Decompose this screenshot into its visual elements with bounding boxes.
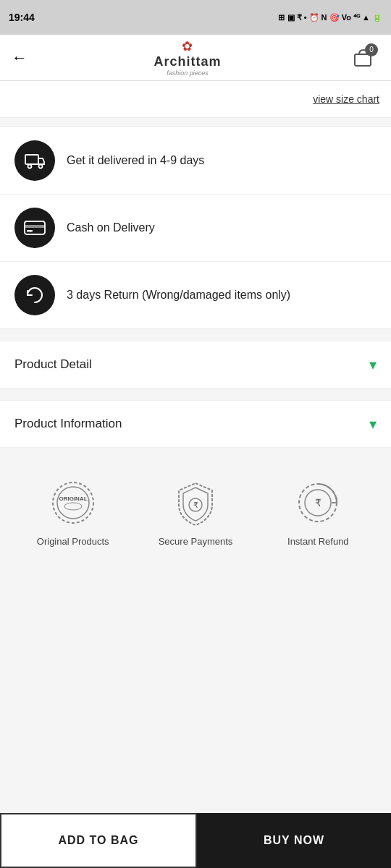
svg-text:₹: ₹ bbox=[193, 501, 198, 509]
trust-instant-refund: ₹ Instant Refund bbox=[263, 477, 373, 547]
info-cards: Get it delivered in 4-9 days Cash on Del… bbox=[0, 127, 391, 329]
secure-payments-label: Secure Payments bbox=[159, 536, 233, 547]
logo-text: Archittam bbox=[154, 54, 221, 69]
buy-now-button[interactable]: BUY NOW bbox=[197, 813, 391, 868]
back-button[interactable]: ← bbox=[12, 48, 28, 67]
product-detail-section[interactable]: Product Detail ▾ bbox=[0, 341, 391, 388]
size-chart-section: view size chart bbox=[0, 81, 391, 118]
logo-tagline: fashion pieces bbox=[167, 69, 209, 77]
instant-refund-icon: ₹ bbox=[292, 477, 344, 529]
size-chart-link[interactable]: view size chart bbox=[313, 93, 379, 105]
cart-button[interactable]: 0 bbox=[348, 42, 379, 74]
network-icons: ⊞ ▣ ₹ • ⏰ N 🎯 Vo ⁴ᴳ ▲ 🔋 bbox=[278, 13, 382, 22]
product-information-title: Product Information bbox=[14, 417, 122, 431]
svg-text:₹: ₹ bbox=[315, 497, 321, 509]
trust-badges-section: ORIGINAL Original Products ₹ Secure Paym… bbox=[0, 459, 391, 564]
original-label: Original Products bbox=[37, 536, 109, 547]
cod-icon-circle bbox=[14, 208, 55, 248]
delivery-card: Get it delivered in 4-9 days bbox=[0, 127, 391, 195]
add-to-bag-button[interactable]: ADD TO BAG bbox=[0, 813, 197, 868]
return-card: 3 days Return (Wrong/damaged items only) bbox=[0, 262, 391, 328]
secure-payments-icon: ₹ bbox=[169, 477, 222, 529]
cod-card: Cash on Delivery bbox=[0, 195, 391, 262]
svg-rect-1 bbox=[25, 155, 38, 164]
svg-point-10 bbox=[64, 503, 82, 510]
product-detail-title: Product Detail bbox=[14, 357, 92, 372]
product-information-arrow: ▾ bbox=[369, 415, 377, 433]
cart-badge: 0 bbox=[365, 43, 378, 56]
logo: ✿ Archittam fashion pieces bbox=[154, 38, 221, 77]
product-information-section[interactable]: Product Information ▾ bbox=[0, 400, 391, 448]
svg-point-3 bbox=[39, 165, 43, 169]
header: ← ✿ Archittam fashion pieces 0 bbox=[0, 35, 391, 81]
delivery-icon-circle bbox=[14, 140, 55, 181]
status-time: 19:44 bbox=[9, 12, 35, 23]
cod-text: Cash on Delivery bbox=[67, 220, 155, 236]
svg-point-2 bbox=[28, 165, 32, 169]
bottom-cta: ADD TO BAG BUY NOW bbox=[0, 813, 391, 868]
logo-icon: ✿ bbox=[182, 38, 193, 54]
product-detail-arrow: ▾ bbox=[369, 356, 377, 373]
original-icon: ORIGINAL bbox=[47, 477, 99, 529]
status-icons: ⊞ ▣ ₹ • ⏰ N 🎯 Vo ⁴ᴳ ▲ 🔋 bbox=[278, 13, 382, 22]
svg-rect-5 bbox=[25, 225, 45, 228]
svg-text:ORIGINAL: ORIGINAL bbox=[59, 495, 87, 502]
status-bar: 19:44 ⊞ ▣ ₹ • ⏰ N 🎯 Vo ⁴ᴳ ▲ 🔋 bbox=[0, 0, 391, 35]
return-text: 3 days Return (Wrong/damaged items only) bbox=[67, 287, 290, 303]
return-icon-circle bbox=[14, 275, 55, 315]
delivery-text: Get it delivered in 4-9 days bbox=[67, 153, 204, 169]
trust-original: ORIGINAL Original Products bbox=[17, 477, 127, 547]
content: view size chart Get it delivered in 4-9 … bbox=[0, 81, 391, 637]
trust-secure-payments: ₹ Secure Payments bbox=[140, 477, 251, 547]
instant-refund-label: Instant Refund bbox=[287, 536, 349, 547]
svg-rect-6 bbox=[27, 230, 33, 232]
